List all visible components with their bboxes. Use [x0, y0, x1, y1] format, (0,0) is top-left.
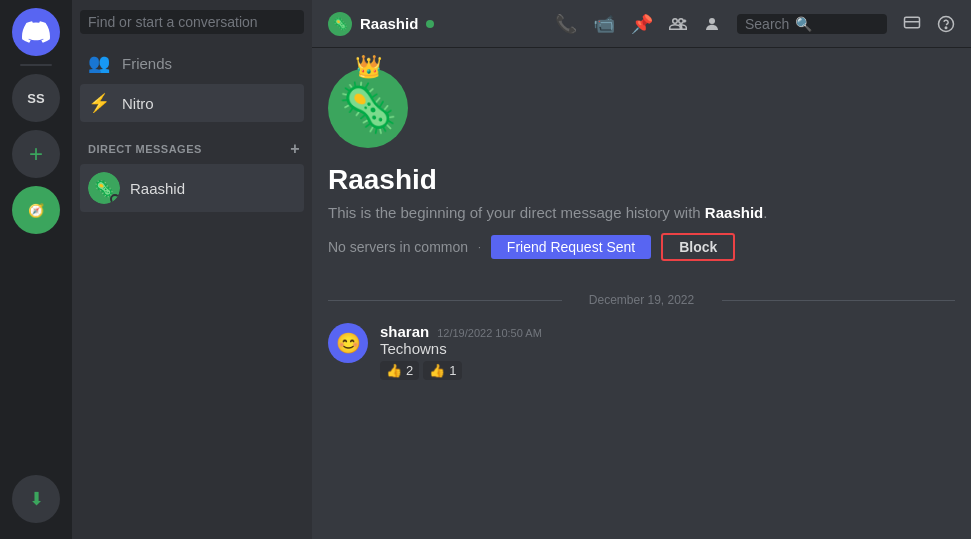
search-placeholder: Search — [745, 16, 789, 32]
explore-server-icon[interactable]: 🧭 — [12, 186, 60, 234]
svg-point-2 — [709, 18, 715, 24]
header-avatar: 🦠 — [328, 12, 352, 36]
phone-call-icon[interactable]: 📞 — [555, 13, 577, 35]
nitro-icon: ⚡ — [88, 92, 110, 114]
video-call-icon[interactable]: 📹 — [593, 13, 615, 35]
sidebar-nav: 👥 Friends ⚡ Nitro — [72, 44, 312, 122]
reactions-row: 👍 2 👍 1 — [380, 361, 542, 380]
profile-description-bold: Raashid — [705, 204, 763, 221]
raashid-dm-name: Raashid — [130, 180, 185, 197]
friends-icon: 👥 — [88, 52, 110, 74]
user-server-icon[interactable]: SS — [12, 74, 60, 122]
find-conversation-input[interactable]: Find or start a conversation — [80, 10, 304, 34]
message-username: sharan — [380, 323, 429, 340]
discord-logo-icon — [22, 18, 50, 46]
dm-item-raashid[interactable]: 🦠 Raashid — [80, 164, 304, 212]
profile-section: 👑 🦠 Raashid This is the beginning of you… — [328, 68, 955, 277]
reaction-thumbsup-1[interactable]: 👍 1 — [423, 361, 462, 380]
search-input[interactable]: Search 🔍 — [737, 14, 887, 34]
discord-home-button[interactable] — [12, 8, 60, 56]
top-bar: 🦠 Raashid 📞 📹 📌 Search 🔍 — [312, 0, 971, 48]
sidebar-item-friends[interactable]: 👥 Friends — [80, 44, 304, 82]
crown-icon: 👑 — [355, 54, 382, 80]
profile-description: This is the beginning of your direct mes… — [328, 204, 955, 221]
dot-separator: · — [478, 242, 481, 253]
raashid-dm-avatar: 🦠 — [88, 172, 120, 204]
profile-icon[interactable] — [703, 15, 721, 33]
message-avatar: 😊 — [328, 323, 368, 363]
search-icon: 🔍 — [795, 16, 812, 32]
find-conversation-placeholder: Find or start a conversation — [88, 14, 258, 30]
profile-username: Raashid — [328, 164, 955, 196]
inbox-icon[interactable] — [903, 15, 921, 33]
help-icon[interactable] — [937, 15, 955, 33]
dm-section-header: DIRECT MESSAGES + — [72, 122, 312, 164]
server-rail-divider — [20, 64, 52, 66]
header-username: Raashid — [360, 15, 418, 32]
add-friend-icon[interactable] — [669, 15, 687, 33]
message-text: Techowns — [380, 340, 542, 357]
dm-sidebar: Find or start a conversation 👥 Friends ⚡… — [72, 0, 312, 539]
channel-header: 🦠 Raashid — [328, 12, 434, 36]
message-area: 👑 🦠 Raashid This is the beginning of you… — [312, 48, 971, 539]
svg-point-5 — [945, 27, 947, 29]
friend-request-button[interactable]: Friend Request Sent — [491, 235, 651, 259]
add-server-button[interactable]: + — [12, 130, 60, 178]
main-content: 🦠 Raashid 📞 📹 📌 Search 🔍 — [312, 0, 971, 539]
header-status-dot — [426, 20, 434, 28]
profile-actions: No servers in common · Friend Request Se… — [328, 233, 955, 261]
message-content: sharan 12/19/2022 10:50 AM Techowns 👍 2 … — [380, 323, 542, 380]
sidebar-item-nitro[interactable]: ⚡ Nitro — [80, 84, 304, 122]
profile-avatar-large: 🦠 — [328, 68, 408, 148]
download-button[interactable]: ⬇ — [12, 475, 60, 523]
friends-label: Friends — [122, 55, 172, 72]
message-timestamp: 12/19/2022 10:50 AM — [437, 327, 542, 339]
search-bar-wrapper: Find or start a conversation — [72, 0, 312, 44]
message-header: sharan 12/19/2022 10:50 AM — [380, 323, 542, 340]
reaction-thumbsup-2[interactable]: 👍 2 — [380, 361, 419, 380]
pin-icon[interactable]: 📌 — [631, 13, 653, 35]
header-actions: 📞 📹 📌 Search 🔍 — [555, 13, 955, 35]
profile-avatar-wrapper: 👑 🦠 — [328, 68, 408, 148]
no-servers-label: No servers in common — [328, 239, 468, 255]
server-rail: SS + 🧭 ⬇ — [0, 0, 72, 539]
nitro-label: Nitro — [122, 95, 154, 112]
message-row: 😊 sharan 12/19/2022 10:50 AM Techowns 👍 … — [328, 323, 955, 380]
online-status-dot — [110, 194, 120, 204]
date-divider: December 19, 2022 — [328, 293, 955, 307]
dm-add-button[interactable]: + — [286, 138, 304, 160]
block-button[interactable]: Block — [661, 233, 735, 261]
